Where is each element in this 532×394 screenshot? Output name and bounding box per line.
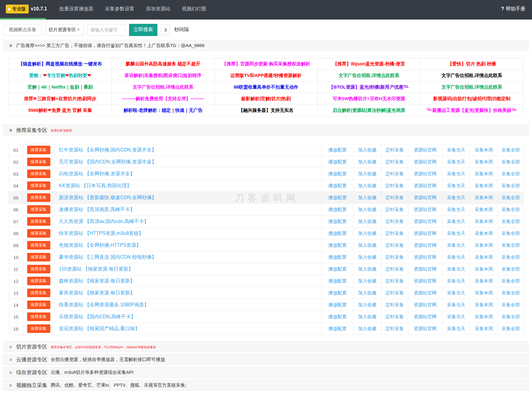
- action-link-7[interactable]: 采集全部: [501, 183, 520, 188]
- action-link-4[interactable]: 资源站官网: [414, 243, 437, 248]
- action-link-2[interactable]: 加入收藏: [358, 219, 376, 224]
- ad-cell-r4c4[interactable]: 可米5W热播切片+另有H无水印资源: [318, 93, 420, 105]
- action-link-2[interactable]: 加入收藏: [358, 243, 376, 248]
- action-link-4[interactable]: 资源站官网: [414, 266, 437, 272]
- collapse-icon[interactable]: ∨: [9, 43, 13, 48]
- recommend-badge[interactable]: 推荐采集: [27, 241, 50, 250]
- ad-cell-r2c4[interactable]: 文字广告位招租,详情点此联系: [318, 70, 420, 82]
- action-link-2[interactable]: 加入收藏: [358, 326, 376, 331]
- action-link-3[interactable]: 定时采集: [386, 302, 404, 307]
- menu-item-3[interactable]: 添加资源站: [146, 6, 170, 12]
- action-link-1[interactable]: 播放配置: [329, 195, 347, 200]
- resource-name-link[interactable]: 无尽资源站 【国内CDN,全网秒播,资源丰富】: [59, 159, 156, 164]
- section-title[interactable]: 视频独立采集: [16, 382, 47, 389]
- action-link-7[interactable]: 采集全部: [501, 302, 520, 307]
- action-link-5[interactable]: 采集当天: [447, 219, 465, 224]
- action-link-4[interactable]: 资源站官网: [414, 207, 437, 212]
- app-logo[interactable]: ◆专业版 v10.7.1: [6, 5, 47, 13]
- menu-item-1[interactable]: 批量设置播放器: [59, 6, 93, 12]
- action-link-6[interactable]: 采集本周: [475, 314, 493, 319]
- ad-cell-r1c2[interactable]: 麒麟云国外高防高速服务 稳定不超开: [112, 58, 214, 70]
- recommend-badge[interactable]: 推荐采集: [27, 170, 50, 178]
- interval-input[interactable]: [161, 24, 170, 35]
- ad-cell-r1c4[interactable]: 【推荐】Btjson蓝光资源-秒播-便宜: [318, 58, 420, 70]
- action-link-4[interactable]: 资源站官网: [414, 290, 437, 295]
- ad-cell-r5c2[interactable]: 解析啦-老牌解析：稳定｜快速｜无广告: [112, 105, 214, 116]
- action-link-3[interactable]: 定时采集: [386, 243, 404, 248]
- ad-cell-r3c2[interactable]: 文字广告位招租,详情点此联系: [112, 82, 214, 93]
- recommend-badge[interactable]: 推荐采集: [27, 229, 50, 238]
- action-link-6[interactable]: 采集本周: [475, 147, 493, 152]
- keyword-input[interactable]: [87, 24, 126, 36]
- resource-name-link[interactable]: 豪华资源站 【三网直连 国内CDN 秒拖秒播】: [59, 254, 156, 260]
- recommend-badge[interactable]: 推荐采集: [27, 181, 50, 190]
- help-manual-button[interactable]: ? 帮助手册: [501, 6, 525, 12]
- action-link-7[interactable]: 采集全部: [501, 314, 520, 319]
- section-title[interactable]: 综合资源专区: [16, 369, 47, 376]
- action-link-6[interactable]: 采集本周: [475, 290, 493, 295]
- recommend-badge[interactable]: 推荐采集: [27, 217, 50, 226]
- action-link-5[interactable]: 采集当天: [447, 243, 465, 248]
- resource-name-link[interactable]: 155资源站 【独家资源,每日更新】: [59, 266, 133, 272]
- action-link-1[interactable]: 播放配置: [329, 183, 347, 188]
- ad-cell-r1c3[interactable]: 【推荐】官源同步更新 购买采集授权送解析: [214, 58, 317, 70]
- action-link-3[interactable]: 定时采集: [386, 147, 404, 152]
- resource-name-link[interactable]: 色猫资源站 【全网秒播,HTTPS资源】: [59, 243, 141, 248]
- recommend-badge[interactable]: 推荐采集: [27, 289, 50, 297]
- action-link-2[interactable]: 加入收藏: [358, 207, 376, 212]
- expand-icon[interactable]: >: [9, 383, 13, 388]
- action-link-5[interactable]: 采集当天: [447, 266, 465, 272]
- action-link-3[interactable]: 定时采集: [386, 314, 404, 319]
- action-link-2[interactable]: 加入收藏: [358, 254, 376, 260]
- action-link-1[interactable]: 播放配置: [329, 243, 347, 248]
- recommend-badge[interactable]: 推荐采集: [27, 312, 50, 321]
- action-link-7[interactable]: 采集全部: [501, 243, 520, 248]
- action-link-3[interactable]: 定时采集: [386, 195, 404, 200]
- action-link-3[interactable]: 定时采集: [386, 326, 404, 331]
- resource-name-link[interactable]: 快车资源站 【HTTPS资源,m3u8直链】: [59, 231, 143, 236]
- action-link-7[interactable]: 采集全部: [501, 159, 520, 164]
- action-link-2[interactable]: 加入收藏: [358, 231, 376, 236]
- ad-cell-r2c2[interactable]: 茶语解析|采集授权|图床接口|短剧程序: [112, 70, 214, 82]
- action-link-4[interactable]: 资源站官网: [414, 195, 437, 200]
- action-link-2[interactable]: 加入收藏: [358, 183, 376, 188]
- recommend-badge[interactable]: 推荐采集: [27, 158, 50, 166]
- expand-icon[interactable]: >: [9, 344, 13, 349]
- action-link-6[interactable]: 采集本周: [475, 183, 493, 188]
- action-link-5[interactable]: 采集当天: [447, 302, 465, 307]
- action-link-1[interactable]: 播放配置: [329, 171, 347, 176]
- menu-item-2[interactable]: 采集参数设置: [105, 6, 134, 12]
- ad-cell-r1c1[interactable]: 【猫盘解析】网盘视频在线播放 一键发布: [9, 58, 112, 70]
- action-link-1[interactable]: 播放配置: [329, 231, 347, 236]
- action-link-4[interactable]: 资源站官网: [414, 159, 437, 164]
- ad-cell-r4c5[interactable]: 影视源码|自助打包|诚招代理|功能定制: [420, 93, 523, 105]
- expand-icon[interactable]: >: [9, 370, 13, 375]
- resume-collect-button[interactable]: 视频断点采集: [3, 24, 42, 36]
- ad-cell-r5c4[interactable]: 启点解析|资源站|算法秒解|蓝光画质: [318, 105, 420, 116]
- action-link-5[interactable]: 采集当天: [447, 326, 465, 331]
- action-link-7[interactable]: 采集全部: [501, 171, 520, 176]
- action-link-5[interactable]: 采集当天: [447, 195, 465, 200]
- resource-name-link[interactable]: 久久热资源 【高清av,国内cdn,高峰不卡】: [59, 219, 149, 224]
- action-link-6[interactable]: 采集本周: [475, 302, 493, 307]
- section-title[interactable]: 切片资源专区: [16, 343, 47, 350]
- action-link-7[interactable]: 采集全部: [501, 147, 520, 152]
- action-link-2[interactable]: 加入收藏: [358, 266, 376, 272]
- action-link-3[interactable]: 定时采集: [386, 231, 404, 236]
- category-select[interactable]: 切片资源专区: [45, 24, 84, 36]
- action-link-1[interactable]: 播放配置: [329, 254, 347, 260]
- action-link-1[interactable]: 播放配置: [329, 266, 347, 272]
- action-link-3[interactable]: 定时采集: [386, 219, 404, 224]
- resource-name-link[interactable]: 乐视资源站 【国内CDN,高峰不卡】: [59, 314, 136, 319]
- recommend-badge[interactable]: 推荐采集: [27, 205, 50, 214]
- action-link-5[interactable]: 采集当天: [447, 147, 465, 152]
- recommend-badge[interactable]: 推荐采集: [27, 324, 50, 333]
- action-link-4[interactable]: 资源站官网: [414, 326, 437, 331]
- action-link-5[interactable]: 采集当天: [447, 171, 465, 176]
- action-link-1[interactable]: 播放配置: [329, 278, 347, 283]
- action-link-7[interactable]: 采集全部: [501, 207, 520, 212]
- ad-cell-r4c2[interactable]: ———解析免费使用【支持左岸】———: [112, 93, 214, 105]
- action-link-6[interactable]: 采集本周: [475, 195, 493, 200]
- action-link-3[interactable]: 定时采集: [386, 171, 404, 176]
- collapse-icon[interactable]: ∨: [9, 127, 13, 133]
